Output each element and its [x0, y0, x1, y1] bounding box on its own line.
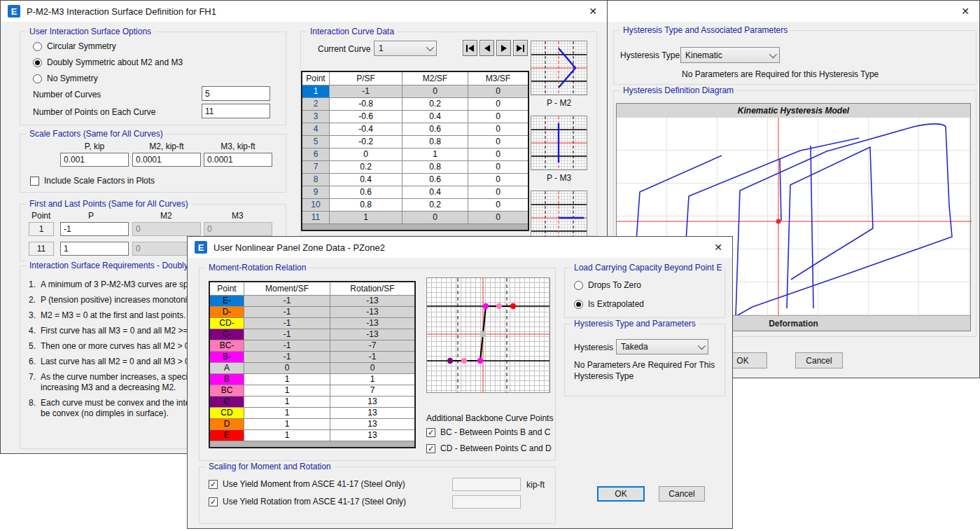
curve-table-cell[interactable]: 0: [468, 98, 528, 110]
number-of-curves-input[interactable]: [202, 86, 270, 101]
hysteresis-type-select[interactable]: Kinematic: [680, 47, 780, 63]
moment-cell[interactable]: -1: [244, 296, 330, 306]
moment-cell[interactable]: -1: [244, 318, 330, 329]
point-label-cell[interactable]: E: [210, 430, 244, 441]
rotation-cell[interactable]: 7: [330, 385, 414, 396]
radio-no-symmetry[interactable]: No Symmetry: [33, 74, 98, 83]
radio-circular-symmetry[interactable]: Circular Symmetry: [33, 41, 116, 51]
point-label-cell[interactable]: A: [210, 363, 244, 373]
curve-table-cell[interactable]: 0.8: [330, 199, 402, 211]
rotation-cell[interactable]: -13: [330, 318, 414, 329]
rotation-cell[interactable]: -1: [330, 352, 414, 362]
first-last-p-input[interactable]: [60, 222, 129, 236]
cancel-button[interactable]: Cancel: [795, 352, 843, 368]
curve-table-cell[interactable]: 0.6: [402, 174, 468, 186]
curve-table-cell[interactable]: 0.2: [402, 199, 468, 211]
ok-button[interactable]: OK: [597, 486, 645, 502]
row-number[interactable]: 10: [302, 199, 329, 211]
row-number[interactable]: 3: [302, 111, 329, 123]
rotation-cell[interactable]: 13: [330, 396, 414, 407]
curve-table-cell[interactable]: -0.4: [330, 123, 402, 135]
curve-table-cell[interactable]: 0: [468, 186, 528, 198]
yield-moment-input[interactable]: [452, 478, 521, 491]
row-number[interactable]: 1: [302, 85, 329, 97]
previous-curve-button[interactable]: [479, 40, 494, 56]
rotation-cell[interactable]: -13: [330, 329, 414, 340]
curve-table-cell[interactable]: -1: [330, 85, 402, 97]
curve-table-cell[interactable]: 0.4: [330, 174, 402, 186]
row-number[interactable]: 4: [302, 123, 329, 135]
moment-cell[interactable]: -1: [244, 329, 330, 340]
points-per-curve-input[interactable]: [202, 104, 270, 118]
moment-cell[interactable]: -1: [244, 340, 330, 351]
rotation-cell[interactable]: 1: [330, 374, 414, 385]
moment-cell[interactable]: 0: [244, 363, 330, 373]
titlebar[interactable]: E User Nonlinear Panel Zone Data - PZone…: [188, 237, 732, 258]
point-label-cell[interactable]: BC-: [210, 340, 244, 351]
checkbox-use-yield-rotation-from-asce-41-17-steel-only[interactable]: ✓Use Yield Rotation from ASCE 41-17 (Ste…: [209, 497, 406, 506]
point-label-cell[interactable]: C: [210, 396, 244, 407]
row-number[interactable]: 7: [302, 161, 329, 173]
rotation-cell[interactable]: -7: [330, 340, 414, 351]
point-label-cell[interactable]: BC: [210, 385, 244, 396]
curve-table-cell[interactable]: -0.8: [330, 98, 402, 110]
curve-table-cell[interactable]: 0: [402, 85, 468, 97]
checkbox-cd-between-points-c-and-d[interactable]: ✓CD - Between Points C and D: [426, 443, 552, 453]
titlebar[interactable]: E P-M2-M3 Interaction Surface Definition…: [1, 1, 607, 22]
cancel-button[interactable]: Cancel: [659, 486, 705, 502]
titlebar[interactable]: ✕: [608, 1, 979, 22]
curve-table-cell[interactable]: -0.6: [330, 111, 402, 123]
scale-factor-input-p-kip[interactable]: [60, 153, 129, 167]
row-number[interactable]: 6: [302, 149, 329, 160]
curve-table-cell[interactable]: -0.2: [330, 136, 402, 148]
curve-table-cell[interactable]: 0: [468, 85, 528, 97]
curve-table-cell[interactable]: 0.2: [402, 98, 468, 110]
curve-table-cell[interactable]: 0.4: [402, 186, 468, 198]
point-label-cell[interactable]: D-: [210, 307, 244, 317]
point-label-cell[interactable]: C-: [210, 329, 244, 340]
hysteresis-select[interactable]: Takeda: [616, 339, 708, 354]
curve-table-cell[interactable]: 0: [468, 111, 528, 123]
curve-table-cell[interactable]: 0.8: [402, 161, 468, 173]
curve-table-cell[interactable]: 0: [468, 174, 528, 186]
curve-table-cell[interactable]: 0.8: [402, 136, 468, 148]
moment-cell[interactable]: 1: [244, 419, 330, 429]
row-number[interactable]: 2: [302, 98, 329, 110]
moment-cell[interactable]: 1: [244, 374, 330, 385]
moment-cell[interactable]: -1: [244, 352, 330, 362]
curve-table-cell[interactable]: 0: [402, 212, 468, 223]
moment-cell[interactable]: 1: [244, 430, 330, 441]
last-curve-button[interactable]: [513, 40, 528, 56]
rotation-cell[interactable]: -13: [330, 307, 414, 317]
curve-table-cell[interactable]: 0: [330, 149, 402, 160]
row-number[interactable]: 9: [302, 186, 329, 198]
point-label-cell[interactable]: B-: [210, 352, 244, 362]
moment-cell[interactable]: 1: [244, 396, 330, 407]
moment-cell[interactable]: 1: [244, 385, 330, 396]
scale-factor-input-m3-kip-ft[interactable]: [204, 153, 272, 167]
scale-factor-input-m2-kip-ft[interactable]: [132, 153, 201, 167]
row-number[interactable]: 8: [302, 174, 329, 186]
next-curve-button[interactable]: [496, 40, 511, 56]
point-label-cell[interactable]: CD: [210, 408, 244, 418]
curve-table-cell[interactable]: 0.2: [330, 161, 402, 173]
curve-table-cell[interactable]: 0: [468, 199, 528, 211]
first-curve-button[interactable]: [463, 40, 477, 56]
close-icon[interactable]: ✕: [958, 6, 972, 17]
close-icon[interactable]: ✕: [586, 6, 600, 17]
rotation-cell[interactable]: 13: [330, 430, 414, 441]
row-number[interactable]: 5: [302, 136, 329, 148]
rotation-cell[interactable]: 13: [330, 419, 414, 429]
point-label-cell[interactable]: CD-: [210, 318, 244, 329]
rotation-cell[interactable]: 13: [330, 408, 414, 418]
radio-doubly-symmetric-about-m2-and-m3[interactable]: Doubly Symmetric about M2 and M3: [33, 57, 183, 67]
point-label-cell[interactable]: B: [210, 374, 244, 385]
checkbox-use-yield-moment-from-asce-41-17-steel-only[interactable]: ✓Use Yield Moment from ASCE 41-17 (Steel…: [209, 479, 405, 489]
rotation-cell[interactable]: 0: [330, 363, 414, 373]
curve-table-cell[interactable]: 0.6: [330, 186, 402, 198]
curve-table-cell[interactable]: 0.4: [402, 111, 468, 123]
curve-table-cell[interactable]: 0: [468, 123, 528, 135]
curve-table-cell[interactable]: 1: [330, 212, 402, 223]
curve-table-cell[interactable]: 0: [468, 149, 528, 160]
yield-rotation-input[interactable]: [452, 495, 521, 509]
